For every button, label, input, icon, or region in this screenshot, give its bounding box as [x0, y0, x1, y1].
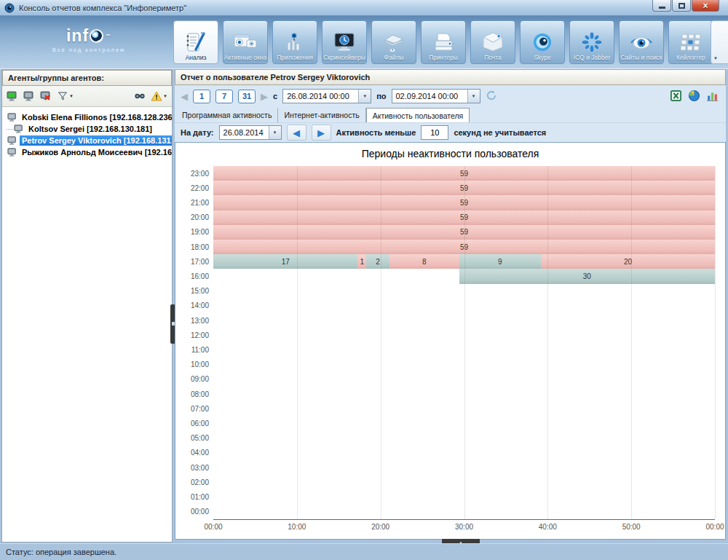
- activity-segment: 17: [213, 254, 357, 269]
- ribbon-button-mail[interactable]: Почта: [470, 20, 515, 64]
- tab-internet-activity[interactable]: Интернет-активность: [278, 108, 365, 122]
- y-tick-label: 09:00: [177, 372, 209, 387]
- next-day-button[interactable]: ▶: [312, 125, 331, 141]
- y-tick-label: 08:00: [177, 387, 209, 401]
- maximize-button[interactable]: [672, 0, 691, 12]
- ribbon-button-active-windows[interactable]: Активные окна: [223, 20, 268, 64]
- agent-row[interactable]: Petrov Sergey Viktorovich [192.168.131.1…: [2, 135, 172, 146]
- range-7-days-button[interactable]: 7: [215, 90, 233, 103]
- threshold-suffix: секунд не учитывается: [454, 128, 546, 137]
- day-filter-toolbar: На дату: 26.08.2014 ▼ ◀ ▶ Активность мен…: [175, 122, 726, 142]
- activity-segment: 2: [366, 254, 389, 269]
- x-tick-label: 00:00: [705, 523, 724, 531]
- ribbon-button-skype[interactable]: Skype: [520, 20, 565, 64]
- logo-trademark: ™: [106, 33, 111, 39]
- agent-computer-icon: [7, 147, 17, 157]
- y-tick-label: 01:00: [177, 489, 209, 504]
- tab-user-activity[interactable]: Активность пользователя: [366, 108, 470, 122]
- from-date-select[interactable]: 26.08.2014 00:00 ▼: [282, 89, 371, 103]
- chart-row: [213, 460, 715, 475]
- next-period-icon[interactable]: ▶: [261, 91, 268, 102]
- day-select[interactable]: 26.08.2014 ▼: [219, 125, 282, 140]
- prev-period-icon[interactable]: ◀: [181, 91, 188, 102]
- excel-export-icon[interactable]: [670, 90, 682, 103]
- ribbon-button-label: Активные окна: [224, 54, 266, 61]
- inactivity-segment: 59: [213, 181, 715, 195]
- ribbon-buttons: АнализАктивные окнаПриложенияСкринсейвер…: [173, 20, 713, 64]
- chart-x-axis: 00:0010:0020:0030:0040:0050:0000:00: [213, 519, 715, 534]
- to-date-select[interactable]: 02.09.2014 00:00 ▼: [392, 89, 480, 103]
- toolbar: inf™ Все под контролем АнализАктивные ок…: [0, 16, 728, 69]
- applications-icon: [281, 31, 309, 54]
- ribbon-button-printers[interactable]: Принтеры: [421, 20, 466, 64]
- agent-list: Kobski Elena Fillionos [192.168.128.236]…: [2, 107, 172, 542]
- chart-row: [213, 505, 715, 519]
- agent-row[interactable]: Рыжиков Арнольд Моисеевич [192.168.129.2: [2, 146, 172, 158]
- pie-chart-icon[interactable]: [688, 90, 700, 103]
- ribbon-button-label: Файлы: [384, 54, 403, 61]
- prev-day-button[interactable]: ◀: [287, 125, 306, 141]
- inactivity-segment: 20: [541, 254, 715, 269]
- minimize-button[interactable]: [652, 0, 671, 12]
- range-1-day-button[interactable]: 1: [193, 90, 210, 103]
- y-tick-label: 10:00: [177, 358, 209, 372]
- status-bar: Статус: операция завершена.: [0, 543, 728, 560]
- date-range-toolbar: ◀ 1 7 31 ▶ с 26.08.2014 00:00 ▼ по 02.09…: [175, 85, 726, 107]
- threshold-input[interactable]: [421, 125, 448, 140]
- y-tick-label: 04:00: [177, 446, 209, 460]
- agent-online-icon[interactable]: [7, 90, 18, 102]
- tab-program-activity[interactable]: Программная активность: [176, 108, 278, 122]
- ribbon-button-label: Почта: [484, 54, 502, 61]
- date-label: На дату:: [181, 128, 214, 137]
- y-tick-label: 03:00: [177, 460, 209, 475]
- activity-segment: 9: [459, 254, 541, 269]
- icq-jabber-icon: [578, 31, 606, 54]
- ribbon-button-icq-jabber[interactable]: ICQ и Jabber: [569, 20, 614, 64]
- refresh-icon[interactable]: [486, 90, 497, 103]
- ribbon-button-keylogger[interactable]: Кейлоггер: [668, 20, 713, 64]
- chart-row: [213, 342, 715, 357]
- chart-row: 59: [213, 195, 715, 210]
- ribbon-button-label: Skype: [534, 54, 551, 61]
- chart-row: [213, 475, 715, 489]
- y-tick-label: 17:00: [177, 254, 209, 269]
- chart-row: [213, 299, 715, 313]
- y-tick-label: 21:00: [177, 195, 209, 210]
- chart-row: [213, 431, 715, 446]
- chart-rows: 5959595959591712892030: [213, 166, 715, 519]
- ribbon-button-sites-search[interactable]: Сайты и поиск: [619, 20, 664, 64]
- to-label: по: [376, 92, 386, 100]
- activity-segment: 30: [459, 269, 715, 283]
- ribbon-button-analysis[interactable]: Анализ: [173, 20, 218, 64]
- sidebar-toolbar: ▼ ▼: [2, 86, 172, 107]
- close-button[interactable]: ×: [692, 0, 719, 12]
- search-icon[interactable]: [134, 90, 146, 102]
- ribbon-button-label: Кейлоггер: [676, 54, 705, 61]
- y-tick-label: 23:00: [177, 166, 209, 181]
- ribbon-button-applications[interactable]: Приложения: [272, 20, 317, 64]
- toolbar-overflow-button[interactable]: ▼: [711, 20, 728, 64]
- chart-row: 59: [213, 166, 715, 181]
- agent-delete-icon[interactable]: [40, 90, 52, 102]
- sites-search-icon: [628, 31, 655, 54]
- x-tick-label: 30:00: [455, 523, 473, 531]
- alerts-icon[interactable]: ▼: [151, 90, 167, 102]
- filter-icon[interactable]: ▼: [57, 90, 74, 102]
- agent-row[interactable]: Kobski Elena Fillionos [192.168.128.236]: [2, 111, 172, 123]
- range-31-days-button[interactable]: 31: [238, 90, 256, 103]
- chart-row: 17128920: [213, 254, 715, 269]
- bar-chart-icon[interactable]: [706, 90, 719, 103]
- chevron-down-icon: ▼: [358, 90, 371, 103]
- printers-icon: [430, 31, 457, 54]
- ribbon-button-files[interactable]: Файлы: [371, 20, 416, 64]
- chevron-down-icon: ▼: [69, 94, 74, 98]
- agent-computer-icon: [7, 135, 17, 146]
- sidebar: Агенты/группы агентов: ▼ ▼ Kobski Elena …: [1, 69, 173, 543]
- chart-row: [213, 489, 715, 504]
- y-tick-label: 02:00: [177, 475, 209, 489]
- window-title: Консоль отчетов комплекса "Инфопериметр": [19, 4, 186, 12]
- logo-eye-icon: [90, 29, 103, 43]
- agent-offline-icon[interactable]: [23, 90, 35, 102]
- agent-row[interactable]: Koltsov Sergei [192.168.130.181]: [2, 123, 172, 135]
- ribbon-button-screensavers[interactable]: Скринсейверы: [322, 20, 367, 64]
